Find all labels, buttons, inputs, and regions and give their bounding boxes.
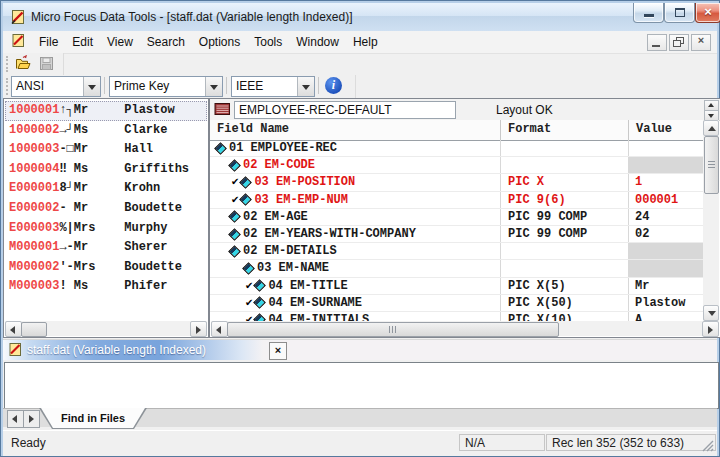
document-close-button[interactable]: × [269, 342, 287, 360]
hscroll-thumb[interactable] [21, 322, 47, 337]
scroll-down-button[interactable] [703, 305, 719, 321]
record-row[interactable]: E0000018┘Mr Krohn [5, 179, 207, 199]
menu-window[interactable]: Window [289, 32, 346, 52]
layout-row[interactable]: ✔04 EM-TITLEPIC X(5)Mr [210, 278, 703, 295]
status-message: Ready [11, 436, 46, 450]
value-cell: A [629, 312, 703, 321]
float-format-combobox[interactable]: IEEE [231, 76, 315, 97]
record-row[interactable]: E000003%|Mrs Murphy [5, 219, 207, 239]
document-tab[interactable]: staff.dat (Variable length Indexed) [3, 340, 263, 360]
layout-row[interactable]: ✔04 EM-SURNAMEPIC X(50)Plastow [210, 295, 703, 312]
chevron-up-icon [708, 103, 714, 107]
record-row[interactable]: 1000001↑┐Mr Plastow [5, 101, 207, 121]
layout-row[interactable]: ✔03 EM-EMP-NUMPIC 9(6)000001 [210, 192, 703, 209]
tab-find-in-files[interactable]: Find in Files [39, 408, 147, 429]
tab-scroll-right-button[interactable] [23, 410, 40, 428]
menu-tools[interactable]: Tools [247, 32, 289, 52]
menu-options[interactable]: Options [192, 32, 247, 52]
info-icon[interactable]: i [325, 77, 342, 94]
record-binary-glyphs: %| [59, 221, 73, 235]
column-field-name[interactable]: Field Name [210, 120, 501, 140]
menu-view[interactable]: View [100, 32, 140, 52]
menu-file[interactable]: File [32, 32, 65, 52]
value-cell [629, 140, 703, 156]
field-name-cell: ✔04 EM-INITIALS [210, 312, 501, 321]
toolbar-grip[interactable] [6, 56, 8, 72]
format-cell: PIC X(5) [501, 278, 629, 294]
format-cell [501, 140, 629, 156]
output-panel[interactable] [4, 362, 719, 409]
scroll-up-button[interactable] [703, 120, 719, 136]
title-bar[interactable]: Micro Focus Data Tools - [staff.dat (Var… [3, 3, 717, 31]
field-name-text: 03 EM-NAME [257, 260, 329, 276]
menu-search[interactable]: Search [140, 32, 192, 52]
maximize-button[interactable] [664, 3, 695, 23]
mdi-close-button[interactable]: × [691, 34, 711, 51]
tab-scroll-left-button[interactable] [7, 410, 24, 428]
vscroll-thumb[interactable] [704, 136, 719, 194]
mdi-restore-button[interactable] [669, 34, 689, 51]
menu-edit[interactable]: Edit [65, 32, 100, 52]
menu-help[interactable]: Help [346, 32, 385, 52]
field-diamond-icon [240, 193, 253, 206]
output-tab-strip: Find in Files [3, 408, 717, 430]
charset-value: ANSI [16, 79, 44, 93]
field-name-text: 03 EM-POSITION [254, 174, 355, 190]
layout-row[interactable]: 01 EMPLOYEE-REC [210, 140, 703, 157]
record-list-hscrollbar[interactable] [5, 321, 207, 336]
layout-row[interactable]: 02 EM-CODE [210, 157, 703, 174]
chevron-down-icon [88, 85, 96, 90]
mdi-minimize-icon [652, 45, 660, 47]
document-icon[interactable] [11, 33, 26, 52]
restore-icon [675, 8, 685, 17]
hscroll-thumb[interactable] [227, 322, 559, 337]
record-id: M000002 [9, 260, 59, 274]
record-row[interactable]: M000002'-Mrs Boudette [5, 258, 207, 278]
record-row[interactable]: 1000004‼ Ms Griffiths [5, 160, 207, 180]
key-value: Prime Key [114, 79, 169, 93]
record-name-field[interactable]: EMPLOYEE-REC-DEFAULT [234, 101, 456, 119]
float-format-value: IEEE [236, 79, 263, 93]
scroll-left-button[interactable] [211, 321, 228, 337]
record-name-text: Ms Griffiths [74, 162, 189, 176]
record-row[interactable]: M000003! Ms Phifer [5, 277, 207, 297]
record-row[interactable]: 1000002→┘Ms Clarke [5, 121, 207, 141]
check-icon: ✔ [245, 281, 253, 291]
layout-row[interactable]: ✔03 EM-POSITIONPIC X1 [210, 174, 703, 191]
toolbar-grip-2[interactable] [6, 78, 8, 95]
scroll-left-button[interactable] [5, 321, 22, 337]
layout-row[interactable]: 02 EM-AGEPIC 99 COMP24 [210, 209, 703, 226]
close-button[interactable]: × [695, 3, 720, 23]
key-combobox[interactable]: Prime Key [109, 76, 223, 97]
app-window: Micro Focus Data Tools - [staff.dat (Var… [0, 0, 720, 457]
value-cell: 000001 [629, 192, 703, 208]
record-row[interactable]: 1000003-□Mr Hall [5, 140, 207, 160]
field-name-cell: 03 EM-NAME [210, 260, 501, 276]
layout-row[interactable]: 02 EM-DETAILS [210, 243, 703, 260]
scroll-right-button[interactable] [702, 321, 719, 337]
column-value[interactable]: Value [629, 120, 703, 140]
format-cell [501, 157, 629, 173]
float-format-dropdown-button[interactable] [297, 77, 314, 96]
record-row[interactable]: E000002- Mr Boudette [5, 199, 207, 219]
record-row[interactable]: M000001→-Mr Sherer [5, 238, 207, 258]
resize-grip[interactable] [701, 438, 714, 451]
charset-dropdown-button[interactable] [83, 77, 100, 96]
minimize-button[interactable] [633, 3, 664, 23]
key-dropdown-button[interactable] [205, 77, 222, 96]
scroll-right-button[interactable] [190, 321, 207, 337]
value-cell: Mr [629, 278, 703, 294]
layout-row[interactable]: 03 EM-NAME [210, 260, 703, 277]
record-layout-icon[interactable] [214, 101, 231, 121]
layout-hscrollbar[interactable] [211, 321, 719, 336]
column-format[interactable]: Format [501, 120, 629, 140]
chevron-down-icon [302, 85, 310, 90]
save-file-button[interactable] [38, 55, 58, 73]
layout-row[interactable]: 02 EM-YEARS-WITH-COMPANYPIC 99 COMP02 [210, 226, 703, 243]
charset-combobox[interactable]: ANSI [11, 76, 101, 97]
mdi-minimize-button[interactable] [647, 34, 667, 51]
layout-row[interactable]: ✔04 EM-INITIALSPIC X(10)A [210, 312, 703, 321]
chevron-right-icon [29, 415, 34, 423]
open-file-button[interactable] [14, 55, 34, 73]
layout-vscrollbar[interactable] [703, 120, 719, 321]
